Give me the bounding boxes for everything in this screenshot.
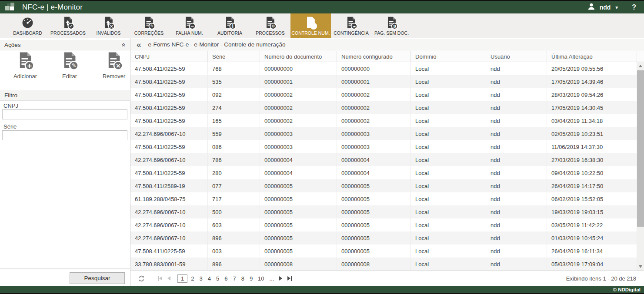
last-page-button[interactable] (287, 276, 292, 281)
table-cell: 000000004 (337, 166, 411, 179)
table-cell: 47.508.411/0225-59 (130, 101, 208, 114)
next-page-button[interactable] (279, 276, 282, 281)
adicionar-button[interactable]: +Adicionar (5, 51, 45, 79)
toolbar-item-auditoria[interactable]: iAUDITORIA (210, 13, 250, 38)
scroll-down-icon[interactable] (639, 265, 642, 268)
table-row[interactable]: 47.508.411/0225-59086000000003000000003L… (130, 140, 637, 153)
scroll-up-icon[interactable] (639, 65, 642, 67)
table-row[interactable]: 47.508.411/0225-59768000000000000000000L… (130, 62, 637, 75)
table-cell: 000000005 (260, 179, 337, 192)
column-header-s-rie[interactable]: Série (208, 51, 260, 62)
table-cell: Local (411, 205, 486, 218)
table-body: 47.508.411/0225-59768000000000000000000L… (130, 62, 637, 271)
table-row[interactable]: 42.274.696/0067-10603000000005000000005L… (130, 218, 637, 231)
table-cell: 500 (208, 205, 260, 218)
prev-page-button[interactable] (167, 276, 170, 281)
toolbar-item-processados[interactable]: ✓PROCESSADOS (48, 13, 88, 38)
page-button-5[interactable]: 5 (214, 274, 222, 283)
toolbar-item-falha-num[interactable]: −FALHA NUM. (169, 13, 210, 38)
items-count-status: Exibindo itens 1 - 20 de 218 (566, 275, 636, 282)
filtro-panel-title: Filtro (4, 92, 17, 99)
table-row[interactable]: 47.508.411/0225-59092000000002000000002L… (130, 88, 637, 101)
table-row[interactable]: 47.508.411/0225-59165000000002000000002L… (130, 114, 637, 127)
column-header-n-mero-configurado[interactable]: Número configurado (337, 51, 411, 62)
table-cell: 47.508.411/0225-59 (130, 88, 208, 101)
page-button-10[interactable]: 10 (255, 274, 267, 283)
table-row[interactable]: 42.274.696/0067-10559000000003000000003L… (130, 127, 637, 140)
user-icon (587, 2, 596, 13)
table-cell: ndd (486, 258, 547, 271)
toolbar-item-controle-num[interactable]: !CONTROLE NUM. (290, 13, 331, 38)
toolbar-item-dashboard[interactable]: DASHBOARD (7, 13, 48, 38)
page-button-7[interactable]: 7 (230, 274, 238, 283)
toolbar-item-pag-sem-doc[interactable]: ◑PAG. SEM DOC. (371, 13, 412, 38)
page-ellipsis[interactable]: ... (267, 274, 277, 283)
table-row[interactable]: 42.274.696/0067-10786000000004000000004L… (130, 153, 637, 166)
table-cell: 01/03/2019 10:45:24 (547, 231, 637, 244)
table-cell: 20/05/2019 09:55:56 (547, 62, 637, 75)
table-cell: 000000000 (337, 62, 411, 75)
table-cell: ndd (486, 244, 547, 258)
first-page-button[interactable] (158, 276, 162, 281)
page-button-4[interactable]: 4 (205, 274, 214, 283)
doc-pencil-icon: ✎ (143, 16, 155, 30)
gauge-icon (21, 16, 34, 30)
table-cell: ndd (486, 205, 547, 218)
table-cell: 165 (208, 114, 260, 127)
column-header-usu-rio[interactable]: Usuário (486, 51, 547, 62)
table-row[interactable]: 47.508.411/0225-59535000000001000000001L… (130, 75, 637, 88)
refresh-icon[interactable] (138, 275, 145, 282)
page-button-8[interactable]: 8 (239, 274, 247, 283)
toolbar-item-label: PAG. SEM DOC. (374, 30, 409, 36)
table-row[interactable]: 47.508.411/0225-59280000000004000000004L… (130, 166, 637, 179)
page-button-1[interactable]: 1 (177, 274, 187, 283)
table-cell: 61.189.288/0458-75 (130, 192, 208, 205)
table-cell: 17/05/2019 14:30:45 (547, 101, 637, 114)
main-content: « e-Forms NFC-e - e-Monitor - Controle d… (130, 38, 644, 286)
toolbar-item-conting-ncia[interactable]: ☁CONTINGÊNCIA (331, 13, 371, 38)
column-header-ltima-altera-o[interactable]: Última Alteração (547, 51, 637, 62)
table-row[interactable]: 61.189.288/0458-75717000000005000000005L… (130, 192, 637, 205)
table-cell: 000000002 (260, 101, 337, 114)
action-label: Remover (103, 73, 126, 79)
table-cell: 19/03/2019 19:03:15 (547, 205, 637, 218)
main-toolbar: DASHBOARD ✓PROCESSADOS ×INVÁLIDOS ✎CORRE… (0, 13, 644, 38)
table-row[interactable]: 47.508.411/0225-59274000000002000000002L… (130, 101, 637, 114)
column-header-dom-nio[interactable]: Domínio (411, 51, 486, 62)
remover-button[interactable]: ×Remover (94, 51, 134, 79)
table-cell: 03/04/2019 11:34:18 (547, 114, 637, 127)
table-row[interactable]: 47.508.411/2589-19077000000005000000005L… (130, 179, 637, 192)
toolbar-item-corre-es[interactable]: ✎CORREÇÕES (129, 13, 169, 38)
serie-input[interactable] (2, 130, 127, 140)
table-cell: Local (411, 192, 486, 205)
page-button-9[interactable]: 9 (247, 274, 255, 283)
table-row[interactable]: 42.274.696/0067-10500000000005000000005L… (130, 205, 637, 218)
page-button-6[interactable]: 6 (222, 274, 230, 283)
table-row[interactable]: 42.274.696/0067-10896000000005000000005L… (130, 231, 637, 244)
table-cell: 000000005 (260, 218, 337, 231)
help-button[interactable]: ? (632, 3, 636, 11)
table-cell: 02/05/2019 10:23:51 (547, 127, 637, 140)
table-cell: 000000003 (337, 127, 411, 140)
scrollbar-thumb[interactable] (637, 70, 644, 227)
table-cell: ndd (486, 140, 547, 153)
table-cell: 003 (208, 244, 260, 258)
pesquisar-button[interactable]: Pesquisar (70, 272, 125, 284)
page-button-3[interactable]: 3 (197, 274, 205, 283)
chevrons-left-icon[interactable]: « (137, 41, 141, 48)
table-row[interactable]: 47.508.411/0225-59003000000005000000005L… (130, 244, 637, 258)
table-cell: 786 (208, 153, 260, 166)
table-row[interactable]: 33.780.883/0001-59896000000008000000008L… (130, 258, 637, 271)
column-header-cnpj[interactable]: CNPJ (130, 51, 208, 62)
table-cell: 42.274.696/0067-10 (130, 218, 208, 231)
column-header-n-mero-do-documento[interactable]: Número do documento (260, 51, 337, 62)
toolbar-item-processos[interactable]: ⚙PROCESSOS (250, 13, 290, 38)
editar-button[interactable]: ✎Editar (50, 51, 90, 79)
vertical-scrollbar[interactable] (637, 62, 644, 271)
cnpj-input[interactable] (2, 109, 127, 119)
page-button-2[interactable]: 2 (188, 274, 197, 283)
toolbar-item-inv-lidos[interactable]: ×INVÁLIDOS (88, 13, 129, 38)
user-menu[interactable]: ndd ▼ (587, 2, 619, 13)
chevrons-up-icon[interactable]: « (120, 43, 127, 46)
table-cell: ndd (486, 231, 547, 244)
